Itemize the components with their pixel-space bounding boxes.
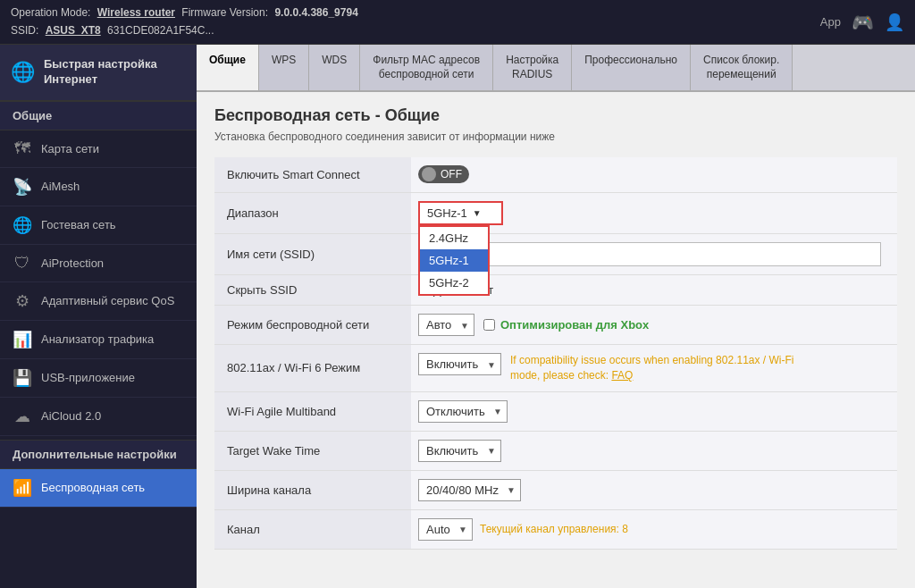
value-target-wake: Включить ▼ xyxy=(411,431,897,470)
channel-width-select[interactable]: 20/40/80 MHz xyxy=(418,479,521,501)
row-hide-ssid: Скрыть SSID Да Нет xyxy=(214,275,897,306)
channel-info-text: Текущий канал управления: 8 xyxy=(480,523,628,535)
ssid-label: SSID: xyxy=(11,24,38,37)
row-ssid: Имя сети (SSID) xyxy=(214,234,897,275)
label-wifi6: 802.11ax / Wi-Fi 6 Режим xyxy=(214,345,411,392)
row-target-wake: Target Wake Time Включить ▼ xyxy=(214,431,897,470)
tabs-bar: Общие WPS WDS Фильтр MAC адресов беспров… xyxy=(197,45,915,92)
channel-dropdown-wrapper: Auto ▼ xyxy=(418,518,473,541)
sidebar-item-label: Беспроводная сеть xyxy=(41,481,145,494)
wifi6-dropdown-wrapper: Включить ▼ xyxy=(418,353,501,375)
toggle-circle xyxy=(422,167,436,181)
tab-professional[interactable]: Профессионально xyxy=(572,45,691,90)
quick-setup[interactable]: 🌐 Быстрая настройка Интернет xyxy=(0,45,197,101)
label-channel: Канал xyxy=(214,509,411,549)
wifi6-faq-link[interactable]: FAQ xyxy=(611,369,633,382)
topbar-info: Operation Mode: Wireless router Firmware… xyxy=(11,4,358,38)
xbox-checkbox[interactable] xyxy=(483,319,495,331)
wireless-mode-select[interactable]: Авто xyxy=(418,314,474,336)
ssid-extra: 631CDE082A1F54C... xyxy=(107,24,214,37)
sidebar-item-wireless[interactable]: 📶 Беспроводная сеть xyxy=(0,469,197,508)
value-channel-width: 20/40/80 MHz ▼ xyxy=(411,470,897,509)
tab-wps[interactable]: WPS xyxy=(259,45,309,90)
label-ssid: Имя сети (SSID) xyxy=(214,234,411,275)
row-wifi6: 802.11ax / Wi-Fi 6 Режим Включить ▼ If c… xyxy=(214,345,897,392)
band-option-5ghz2[interactable]: 5GHz-2 xyxy=(420,272,488,294)
wifi6-warning-text: If compatibility issue occurs when enabl… xyxy=(510,354,793,382)
wireless-mode-dropdown-wrapper: Авто ▼ xyxy=(418,314,474,336)
band-option-5ghz1[interactable]: 5GHz-1 xyxy=(420,249,488,272)
traffic-analyzer-icon: 📊 xyxy=(13,330,32,349)
toggle-smart-connect[interactable]: OFF xyxy=(418,165,469,183)
band-dropdown-list: 2.4GHz 5GHz-1 5GHz-2 xyxy=(418,225,490,296)
sidebar-item-label: USB-приложение xyxy=(41,371,135,384)
adaptive-qos-icon: ⚙ xyxy=(13,291,32,311)
toggle-off-label: OFF xyxy=(441,168,462,181)
band-dropdown-trigger[interactable]: 5GHz-1 ▼ xyxy=(418,201,503,225)
aicloud-icon: ☁ xyxy=(13,407,32,426)
user-icon[interactable]: 👤 xyxy=(885,13,904,32)
label-band: Диапазон xyxy=(214,193,411,234)
target-wake-select[interactable]: Включить xyxy=(418,440,501,462)
sidebar-item-label: AiProtection xyxy=(41,256,104,270)
settings-form: Включить Smart Connect OFF Диапазон xyxy=(214,157,897,550)
channel-row: Auto ▼ Текущий канал управления: 8 xyxy=(418,518,890,541)
sidebar-item-guest-network[interactable]: 🌐 Гостевая сеть xyxy=(0,206,197,245)
layout: 🌐 Быстрая настройка Интернет Общие 🗺 Кар… xyxy=(0,45,915,588)
wireless-mode-row: Авто ▼ Оптимизирован для Xbox xyxy=(418,314,890,336)
gamepad-icon[interactable]: 🎮 xyxy=(852,12,874,33)
operation-mode-label: Operation Mode: xyxy=(11,6,90,19)
guest-network-icon: 🌐 xyxy=(13,215,32,235)
sidebar-item-traffic-analyzer[interactable]: 📊 Анализатор трафика xyxy=(0,321,197,359)
multiband-select[interactable]: Отключить xyxy=(418,400,508,423)
topbar-right: App 🎮 👤 xyxy=(820,12,904,33)
label-hide-ssid: Скрыть SSID xyxy=(214,275,411,306)
tab-wds[interactable]: WDS xyxy=(309,45,360,90)
sidebar-item-aimesh[interactable]: 📡 AiMesh xyxy=(0,168,197,206)
app-label: App xyxy=(820,15,841,29)
wifi6-select[interactable]: Включить xyxy=(418,353,501,375)
sidebar-item-aiprotection[interactable]: 🛡 AiProtection xyxy=(0,245,197,282)
page-title: Беспроводная сеть - Общие xyxy=(214,106,897,125)
sidebar-item-network-map[interactable]: 🗺 Карта сети xyxy=(0,130,197,168)
tab-blocklist[interactable]: Список блокир. перемещений xyxy=(691,45,793,90)
band-dropdown-arrow: ▼ xyxy=(473,208,482,218)
sidebar-item-aicloud[interactable]: ☁ AiCloud 2.0 xyxy=(0,398,197,436)
target-wake-dropdown-wrapper: Включить ▼ xyxy=(418,440,501,462)
value-smart-connect: OFF xyxy=(411,157,897,193)
xbox-checkbox-label[interactable]: Оптимизирован для Xbox xyxy=(483,318,649,332)
band-current-value: 5GHz-1 xyxy=(427,206,467,220)
row-band: Диапазон 5GHz-1 ▼ 2.4GHz 5GHz-1 5GHz-2 xyxy=(214,193,897,234)
value-wireless-mode: Авто ▼ Оптимизирован для Xbox xyxy=(411,306,897,345)
general-section-title: Общие xyxy=(0,101,197,130)
network-map-icon: 🗺 xyxy=(13,139,32,158)
tab-radius[interactable]: Настройка RADIUS xyxy=(493,45,572,90)
ssid-value: ASUS_XT8 xyxy=(46,24,101,37)
row-channel-width: Ширина канала 20/40/80 MHz ▼ xyxy=(214,470,897,509)
xbox-label-text: Оптимизирован для Xbox xyxy=(500,318,649,332)
row-smart-connect: Включить Smart Connect OFF xyxy=(214,157,897,193)
sidebar-item-label: Адаптивный сервис QoS xyxy=(41,294,174,307)
channel-width-dropdown-wrapper: 20/40/80 MHz ▼ xyxy=(418,479,521,501)
tab-mac-filter[interactable]: Фильтр MAC адресов беспроводной сети xyxy=(360,45,493,90)
sidebar-item-label: Гостевая сеть xyxy=(41,218,116,231)
sidebar-item-usb-app[interactable]: 💾 USB-приложение xyxy=(0,359,197,398)
wireless-icon: 📶 xyxy=(13,478,32,498)
value-wifi6: Включить ▼ If compatibility issue occurs… xyxy=(411,345,897,392)
content-area: Беспроводная сеть - Общие Установка бесп… xyxy=(197,92,915,588)
value-multiband: Отключить ▼ xyxy=(411,391,897,431)
usb-app-icon: 💾 xyxy=(13,368,32,388)
advanced-section-title: Дополнительные настройки xyxy=(0,440,197,469)
sidebar: 🌐 Быстрая настройка Интернет Общие 🗺 Кар… xyxy=(0,45,197,588)
channel-select[interactable]: Auto xyxy=(418,518,473,541)
value-channel: Auto ▼ Текущий канал управления: 8 xyxy=(411,509,897,549)
sidebar-item-adaptive-qos[interactable]: ⚙ Адаптивный сервис QoS xyxy=(0,282,197,321)
label-wireless-mode: Режим беспроводной сети xyxy=(214,306,411,345)
value-band: 5GHz-1 ▼ 2.4GHz 5GHz-1 5GHz-2 xyxy=(411,193,897,234)
sidebar-item-label: Карта сети xyxy=(41,142,99,155)
firmware-label: Firmware Version: xyxy=(181,6,268,19)
tab-general[interactable]: Общие xyxy=(197,45,259,90)
row-channel: Канал Auto ▼ Текущий канал управления: 8 xyxy=(214,509,897,549)
band-option-24ghz[interactable]: 2.4GHz xyxy=(420,227,488,249)
row-multiband: Wi-Fi Agile Multiband Отключить ▼ xyxy=(214,391,897,431)
